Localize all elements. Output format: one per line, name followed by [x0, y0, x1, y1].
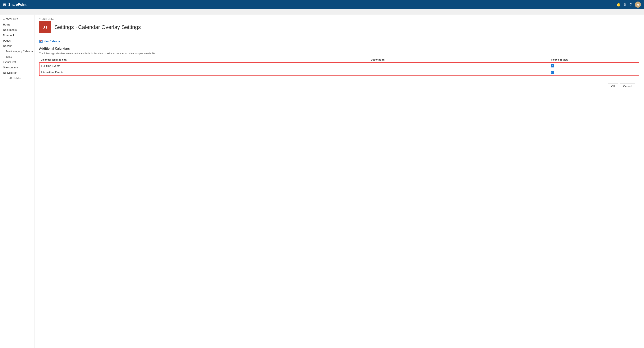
calendar-visible-intermittent — [549, 69, 639, 76]
secondary-bar — [0, 9, 644, 14]
breadcrumb-current: Calendar Overlay Settings — [78, 24, 141, 30]
col-header-visible: Visible in View — [549, 57, 640, 62]
edit-links-bottom-label: EDIT LINKS — [8, 77, 21, 79]
header-edit-links-label: EDIT LINKS — [42, 18, 54, 20]
sidebar-item-notebook[interactable]: Notebook — [0, 32, 34, 38]
calendar-name-full-time[interactable]: Full time Events — [40, 63, 369, 69]
visible-checkbox-intermittent[interactable] — [551, 71, 554, 74]
col-header-calendar: Calendar (click to edit) — [39, 57, 369, 62]
pencil-icon-bottom: ✏ — [6, 77, 8, 79]
calendar-table: Calendar (click to edit) Description Vis… — [39, 57, 640, 62]
calendar-icon: 📅 — [39, 40, 42, 43]
section-description: The following calendars are currently av… — [39, 52, 640, 55]
app-name: SharePoint — [8, 3, 26, 7]
table-row: Full time Events — [40, 63, 639, 69]
sidebar-item-events-test[interactable]: events test — [0, 60, 34, 65]
sidebar-item-pages[interactable]: Pages — [0, 38, 34, 43]
page-header: ✏ EDIT LINKS JT Settings › Calendar Over… — [34, 14, 644, 36]
calendar-name-intermittent[interactable]: Intermittent Events — [40, 69, 369, 76]
footer-buttons: OK Cancel — [39, 80, 640, 93]
breadcrumb-separator: › — [75, 25, 77, 30]
site-logo: JT — [39, 21, 51, 33]
breadcrumb-settings[interactable]: Settings — [54, 24, 74, 30]
sidebar-item-multicategory[interactable]: Multicategory Calendar — [0, 49, 34, 54]
settings-icon[interactable]: ⚙ — [624, 2, 627, 7]
new-calendar-label: New Calendar — [44, 40, 61, 43]
pencil-icon: ✏ — [3, 18, 5, 21]
sidebar: ✏ EDIT LINKS Home Documents Notebook Pag… — [0, 14, 34, 348]
sidebar-item-home[interactable]: Home — [0, 22, 34, 27]
header-pencil-icon: ✏ — [39, 18, 41, 20]
cancel-button[interactable]: Cancel — [620, 84, 635, 89]
sidebar-item-documents[interactable]: Documents — [0, 27, 34, 32]
calendar-desc-full-time — [369, 63, 549, 69]
sidebar-item-recycle-bin[interactable]: Recycle Bin — [0, 70, 34, 76]
sidebar-item-site-contents[interactable]: Site contents — [0, 65, 34, 70]
help-icon[interactable]: ? — [630, 3, 632, 7]
edit-links-bottom[interactable]: ✏ EDIT LINKS — [3, 76, 31, 80]
new-calendar-link[interactable]: 📅 New Calendar — [39, 40, 640, 43]
top-navigation: ⊞ SharePoint 🔔 ⚙ ? JT — [0, 0, 644, 9]
calendar-desc-intermittent — [369, 69, 549, 76]
breadcrumb: Settings › Calendar Overlay Settings — [54, 24, 141, 30]
edit-links-top-label: EDIT LINKS — [6, 18, 18, 21]
calendar-visible-full-time — [549, 63, 639, 69]
section-title: Additional Calendars — [39, 47, 640, 50]
waffle-icon[interactable]: ⊞ — [3, 2, 6, 7]
visible-checkbox-full-time[interactable] — [551, 64, 554, 68]
additional-calendars-section: Additional Calendars The following calen… — [39, 47, 640, 76]
table-row: Intermittent Events — [40, 69, 639, 76]
calendar-rows-table: Full time Events Intermittent Events — [40, 63, 639, 76]
ok-button[interactable]: OK — [608, 84, 618, 89]
avatar[interactable]: JT — [635, 2, 641, 8]
sidebar-item-recent[interactable]: Recent — [0, 43, 34, 49]
sidebar-item-test1[interactable]: test1 — [0, 54, 34, 60]
calendar-rows-wrapper: Full time Events Intermittent Events — [39, 62, 640, 76]
col-header-description: Description — [369, 57, 550, 62]
edit-links-top[interactable]: ✏ EDIT LINKS — [0, 17, 34, 22]
bell-icon[interactable]: 🔔 — [616, 2, 620, 7]
content-body: 📅 New Calendar Additional Calendars The … — [34, 36, 644, 96]
header-edit-links[interactable]: ✏ EDIT LINKS — [39, 18, 141, 20]
main-content: ✏ EDIT LINKS JT Settings › Calendar Over… — [34, 14, 644, 348]
